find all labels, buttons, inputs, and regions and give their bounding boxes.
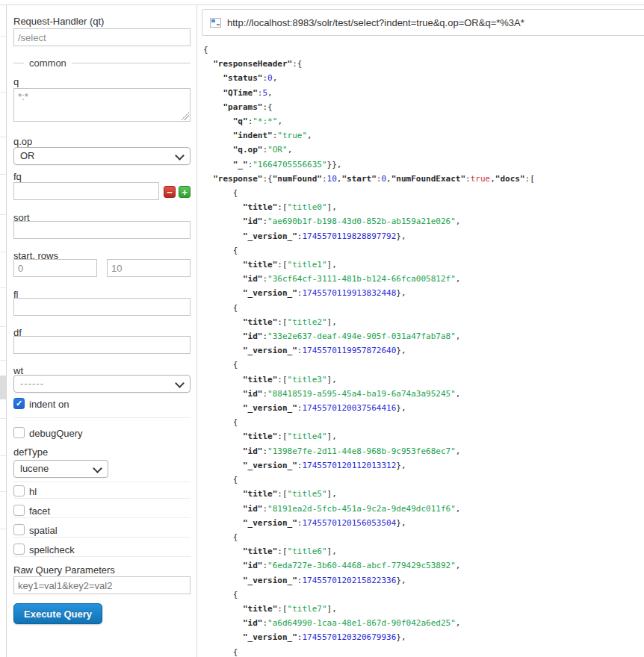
json-line: { bbox=[203, 186, 644, 200]
legend-line-right bbox=[72, 63, 191, 63]
sidebar-selected-item-edge bbox=[0, 376, 6, 399]
fq-label: fq bbox=[13, 172, 22, 182]
json-line: "id":"36cf64cf-3111-481b-b124-66fca00581… bbox=[203, 272, 644, 286]
json-line: "id":"6eda727e-3b60-4468-abcf-779429c538… bbox=[203, 558, 644, 573]
json-line: "_version_":1745570120320679936}, bbox=[203, 630, 644, 644]
sidebar-edge-separator bbox=[0, 252, 6, 252]
json-line: "title":["title4"], bbox=[203, 429, 644, 443]
json-line: { bbox=[203, 588, 644, 602]
sidebar-edge-separator bbox=[0, 418, 6, 419]
debug-query-checkbox[interactable] bbox=[13, 427, 25, 438]
remove-fq-button[interactable]: − bbox=[164, 186, 176, 198]
sidebar-edge bbox=[0, 5, 7, 657]
json-line: "title":["title0"], bbox=[203, 200, 644, 214]
sort-input[interactable] bbox=[13, 221, 191, 239]
json-line: "title":["title6"], bbox=[203, 544, 644, 558]
hl-label: hl bbox=[29, 486, 37, 497]
spellcheck-checkbox[interactable] bbox=[13, 544, 25, 555]
json-line: { bbox=[203, 243, 644, 258]
sidebar-edge-separator bbox=[0, 36, 6, 37]
json-line: "id":"ae690b1f-b198-43d0-852b-ab159a21e0… bbox=[203, 214, 644, 228]
json-line: "params":{ bbox=[203, 100, 644, 114]
execute-query-button[interactable]: Execute Query bbox=[13, 603, 102, 624]
sidebar-edge-separator bbox=[0, 92, 6, 93]
json-line: "id":"8191ea2d-5fcb-451a-9c2a-9de49dc011… bbox=[203, 502, 644, 516]
json-line: "_version_":1745570119913832448}, bbox=[203, 286, 644, 300]
json-line: "_version_":1745570120215822336}, bbox=[203, 573, 644, 588]
spatial-checkbox[interactable] bbox=[13, 524, 25, 535]
spatial-label: spatial bbox=[29, 525, 58, 536]
sidebar-edge-separator bbox=[0, 174, 6, 175]
json-line: "title":["title1"], bbox=[203, 258, 644, 272]
chevron-down-icon bbox=[93, 464, 102, 473]
sidebar-edge-separator bbox=[0, 214, 6, 215]
json-line: { bbox=[203, 301, 644, 315]
divider bbox=[13, 517, 191, 518]
json-line: { bbox=[203, 530, 644, 544]
divider bbox=[13, 537, 191, 538]
sidebar-edge-separator bbox=[0, 455, 6, 456]
indent-checkbox[interactable]: ✓ bbox=[13, 398, 25, 409]
q-textarea[interactable]: *:* bbox=[13, 88, 191, 122]
hl-checkbox[interactable] bbox=[13, 485, 25, 496]
sidebar-edge-separator bbox=[0, 360, 6, 361]
json-line: { bbox=[203, 645, 644, 657]
divider bbox=[13, 482, 191, 482]
wt-select[interactable]: ------ bbox=[13, 375, 191, 393]
request-handler-label: Request-Handler (qt) bbox=[13, 16, 104, 27]
json-line: "id":"88418519-a595-45a4-ba19-6a74a3a952… bbox=[203, 387, 644, 401]
sidebar-edge-separator bbox=[0, 326, 6, 327]
json-line: "responseHeader":{ bbox=[203, 57, 644, 71]
add-fq-button[interactable]: + bbox=[179, 186, 191, 198]
json-line: "id":"a6d64990-1caa-48e1-867d-90f042a6ed… bbox=[203, 616, 644, 630]
json-line: { bbox=[203, 358, 644, 372]
raw-query-parameters-label: Raw Query Parameters bbox=[13, 565, 115, 576]
divider bbox=[13, 417, 191, 418]
def-type-value: lucene bbox=[20, 463, 49, 474]
json-line: "title":["title2"], bbox=[203, 315, 644, 329]
json-line: { bbox=[203, 415, 644, 429]
json-line: "response":{"numFound":10,"start":0,"num… bbox=[203, 172, 644, 186]
json-line: "title":["title7"], bbox=[203, 602, 644, 616]
spellcheck-label: spellcheck bbox=[29, 544, 75, 555]
indent-checkbox-label: indent on bbox=[29, 399, 69, 410]
sidebar-edge-separator bbox=[0, 529, 6, 529]
json-line: { bbox=[203, 43, 644, 57]
json-line: "QTime":5, bbox=[203, 86, 644, 100]
request-handler-input[interactable] bbox=[13, 28, 191, 46]
json-line: "_version_":1745570120037564416}, bbox=[203, 401, 644, 415]
json-line: "_":"1664705556635"}}, bbox=[203, 158, 644, 172]
fl-input[interactable] bbox=[13, 298, 191, 316]
json-line: "_version_":1745570120156053504}, bbox=[203, 516, 644, 530]
def-type-select[interactable]: lucene bbox=[13, 460, 108, 478]
url-icon bbox=[210, 18, 221, 28]
json-line: "id":"33e2e637-deaf-494e-905f-031a47fab7… bbox=[203, 329, 644, 343]
q-op-label: q.op bbox=[13, 137, 32, 147]
q-op-value: OR bbox=[20, 150, 35, 161]
sidebar-edge-separator bbox=[0, 491, 6, 492]
sidebar-edge-separator bbox=[0, 137, 6, 137]
json-line: "q.op":"OR", bbox=[203, 143, 644, 157]
facet-checkbox[interactable] bbox=[13, 505, 25, 516]
fq-input[interactable] bbox=[13, 182, 159, 200]
json-line: "indent":"true", bbox=[203, 128, 644, 143]
common-section-legend: common bbox=[13, 57, 191, 69]
json-line: "title":["title5"], bbox=[203, 487, 644, 501]
json-line: "title":["title3"], bbox=[203, 373, 644, 387]
legend-line-left bbox=[13, 63, 24, 63]
df-input[interactable] bbox=[13, 336, 191, 354]
chevron-down-icon bbox=[175, 151, 185, 161]
json-line: "q":"*:*", bbox=[203, 114, 644, 128]
rows-input[interactable] bbox=[107, 259, 191, 277]
raw-query-parameters-input[interactable] bbox=[13, 576, 191, 594]
facet-label: facet bbox=[29, 505, 50, 517]
sidebar-edge-separator bbox=[0, 287, 6, 288]
url-bar: http://localhost:8983/solr/test/select?i… bbox=[202, 9, 644, 36]
json-line: "_version_":1745570119828897792}, bbox=[203, 229, 644, 243]
debug-query-label: debugQuery bbox=[29, 428, 83, 439]
response-url-link[interactable]: http://localhost:8983/solr/test/select?i… bbox=[227, 17, 524, 28]
json-line: "id":"1398e7fe-2d11-44e8-968b-9c953fe68e… bbox=[203, 444, 644, 458]
json-response-view: { "responseHeader":{ "status":0, "QTime"… bbox=[203, 43, 644, 657]
q-op-select[interactable]: OR bbox=[13, 147, 191, 165]
start-input[interactable] bbox=[13, 259, 97, 277]
